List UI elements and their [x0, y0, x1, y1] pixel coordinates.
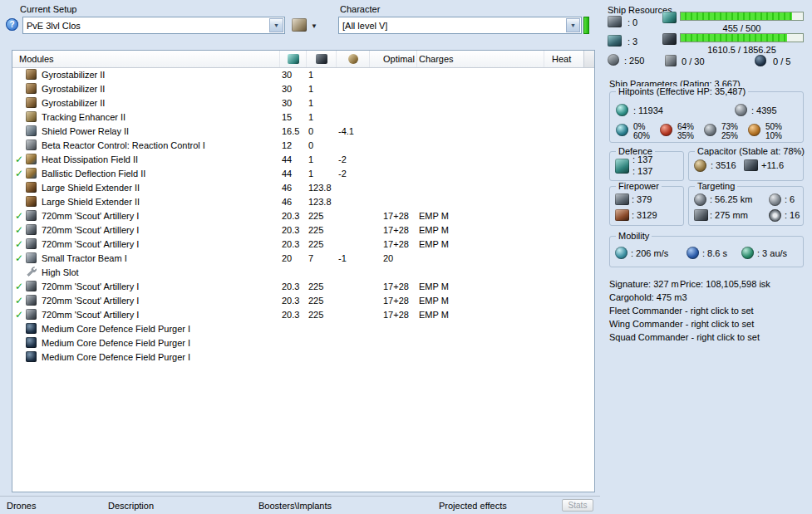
- table-row[interactable]: Medium Core Defence Field Purger I: [12, 322, 594, 336]
- squad-commander-text[interactable]: Squad Commander - right click to set: [609, 332, 760, 342]
- fitted-check-cell: [12, 110, 26, 125]
- module-pg-value: 123.8: [307, 181, 337, 195]
- module-cpu-value: [280, 350, 307, 365]
- module-pg-value: 225: [307, 294, 337, 308]
- module-pg-value: 1: [307, 167, 337, 181]
- table-row[interactable]: Large Shield Extender II46123.8: [12, 181, 594, 195]
- module-name: Large Shield Extender II: [40, 195, 280, 209]
- table-row[interactable]: ✓Heat Dissipation Field II441-2: [12, 153, 594, 167]
- tab-projected-effects[interactable]: Projected effects: [439, 501, 507, 511]
- table-row[interactable]: Shield Power Relay II16.50-4.1: [12, 125, 594, 139]
- character-dropdown-value: [All level V]: [339, 21, 565, 31]
- table-row[interactable]: Medium Core Defence Field Purger I: [12, 350, 594, 365]
- table-row[interactable]: ✓Small Tractor Beam I207-120: [12, 252, 594, 266]
- module-cap-value: [337, 68, 370, 82]
- table-row[interactable]: Gyrostabilizer II301: [12, 96, 594, 110]
- capacitor-column-header[interactable]: [337, 51, 370, 67]
- module-cap-value: [337, 237, 370, 252]
- cpu-bar: [680, 12, 804, 21]
- table-row[interactable]: ✓720mm 'Scout' Artillery I20.322517+28EM…: [12, 223, 594, 237]
- reactor-icon: [26, 139, 40, 153]
- tab-drones[interactable]: Drones: [7, 501, 36, 511]
- table-row[interactable]: Gyrostabilizer II301: [12, 82, 594, 96]
- module-name: Large Shield Extender II: [40, 181, 280, 195]
- table-row[interactable]: ✓720mm 'Scout' Artillery I20.322517+28EM…: [12, 294, 594, 308]
- table-row[interactable]: Tracking Enhancer II151: [12, 110, 594, 125]
- modules-table-body: Gyrostabilizer II301Gyrostabilizer II301…: [12, 68, 594, 365]
- rig-slots-text: 0 / 5: [773, 56, 790, 66]
- targeting-range-value: : 56.25 km: [710, 194, 752, 204]
- modules-column-header[interactable]: Modules: [12, 51, 280, 67]
- module-charges-value: EMP M: [417, 209, 544, 223]
- module-cap-value: [337, 294, 370, 308]
- module-charges-value: [417, 266, 544, 280]
- module-charges-value: [417, 336, 544, 350]
- capacitor-recharge-icon: [744, 159, 758, 171]
- module-cpu-value: 20.3: [280, 223, 307, 237]
- bottom-tab-strip: Drones Description Boosters\Implants Pro…: [0, 496, 600, 514]
- module-optimal-value: [370, 181, 417, 195]
- module-cap-value: [337, 209, 370, 223]
- optimal-column-header[interactable]: Optimal: [370, 51, 417, 67]
- setup-dropdown[interactable]: PvE 3lvl Clos ▼: [22, 17, 285, 34]
- table-row[interactable]: ✓720mm 'Scout' Artillery I20.322517+28EM…: [12, 237, 594, 252]
- check-icon: ✓: [15, 252, 23, 264]
- module-optimal-value: [370, 153, 417, 167]
- module-pg-value: 225: [307, 223, 337, 237]
- help-icon[interactable]: ?: [6, 18, 18, 31]
- fleet-commander-text[interactable]: Fleet Commander - right click to set: [609, 306, 754, 316]
- cpu-column-header[interactable]: [280, 51, 307, 67]
- module-charges-value: [417, 195, 544, 209]
- table-row[interactable]: ✓Ballistic Deflection Field II441-2: [12, 167, 594, 181]
- explosive-armor-resist: 10%: [765, 132, 782, 140]
- module-optimal-value: 20: [370, 252, 417, 266]
- module-optimal-value: 17+28: [370, 308, 417, 322]
- module-cpu-value: [280, 336, 307, 350]
- table-row[interactable]: Large Shield Extender II46123.8: [12, 195, 594, 209]
- turret-dps-icon: [615, 193, 629, 205]
- module-pg-value: 1: [307, 96, 337, 110]
- table-row[interactable]: ✓720mm 'Scout' Artillery I20.322517+28EM…: [12, 280, 594, 294]
- capacitor-group: Capacitor (Stable at: 78%) : 3516 +11.6: [688, 151, 804, 181]
- tab-boosters-implants[interactable]: Boosters\Implants: [258, 501, 332, 511]
- module-name: Heat Dissipation Field II: [40, 153, 280, 167]
- module-cpu-value: 20.3: [280, 280, 307, 294]
- fitting-menu-chevron-down-icon[interactable]: ▼: [311, 22, 317, 30]
- module-name: 720mm 'Scout' Artillery I: [40, 223, 280, 237]
- explosive-shield-resist: 50%: [765, 123, 782, 131]
- table-row[interactable]: ✓720mm 'Scout' Artillery I20.322517+28EM…: [12, 209, 594, 223]
- chevron-down-icon[interactable]: ▼: [566, 18, 580, 32]
- character-dropdown[interactable]: [All level V] ▼: [338, 17, 582, 34]
- module-name: 720mm 'Scout' Artillery I: [40, 294, 280, 308]
- charges-column-header[interactable]: Charges: [417, 51, 544, 67]
- module-optimal-value: [370, 350, 417, 365]
- module-optimal-value: [370, 68, 417, 82]
- stats-button[interactable]: Stats: [562, 499, 593, 512]
- module-charges-value: [417, 167, 544, 181]
- powergrid-column-header[interactable]: [307, 51, 337, 67]
- wing-commander-text[interactable]: Wing Commander - right click to set: [609, 319, 754, 329]
- table-row[interactable]: High Slot: [12, 266, 594, 280]
- module-charges-value: [417, 68, 544, 82]
- rig-icon: [26, 322, 40, 336]
- volley-icon: [615, 209, 629, 221]
- dps-value: : 379: [632, 194, 652, 204]
- fitting-tool-icon[interactable]: [292, 18, 307, 32]
- module-cpu-value: 20.3: [280, 209, 307, 223]
- align-time-value: : 8.6 s: [702, 248, 727, 258]
- module-cpu-value: 44: [280, 167, 307, 181]
- table-row[interactable]: ✓720mm 'Scout' Artillery I20.322517+28EM…: [12, 308, 594, 322]
- table-row[interactable]: Medium Core Defence Field Purger I: [12, 336, 594, 350]
- module-cap-value: -2: [337, 153, 370, 167]
- tab-description[interactable]: Description: [108, 501, 154, 511]
- chevron-down-icon[interactable]: ▼: [269, 18, 283, 32]
- powergrid-usage-text: 1610.5 / 1856.25: [680, 45, 804, 55]
- module-cap-value: [337, 139, 370, 153]
- table-row[interactable]: Beta Reactor Control: Reaction Control I…: [12, 139, 594, 153]
- check-icon: ✓: [15, 168, 23, 179]
- module-name: Gyrostabilizer II: [40, 96, 280, 110]
- sensor-strength-value: : 16: [785, 210, 800, 220]
- table-row[interactable]: Gyrostabilizer II301: [12, 68, 594, 82]
- module-charges-value: [417, 181, 544, 195]
- module-cpu-value: 12: [280, 139, 307, 153]
